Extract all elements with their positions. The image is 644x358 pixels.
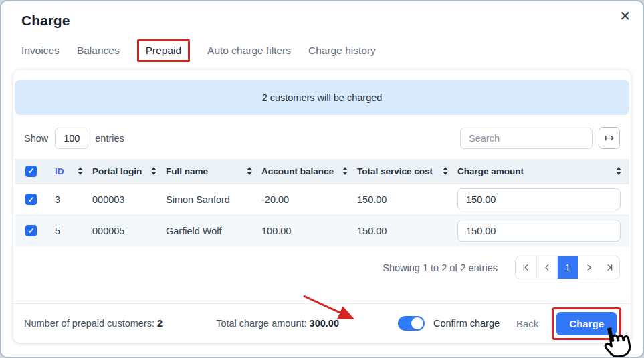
total-charge: Total charge amount: 300.00 [216,318,339,329]
tab-auto-charge-filters[interactable]: Auto charge filters [207,41,291,61]
cell-full-name: Simon Sanford [165,184,260,215]
cell-account-balance: -20.00 [260,184,356,215]
info-banner: 2 customers will be charged [15,80,629,115]
cell-id: 3 [53,184,91,215]
total-charge-label: Total charge amount: [216,318,306,329]
show-label: Show [24,133,48,144]
cell-account-balance: 100.00 [260,215,356,246]
row-checkbox[interactable]: ✓ [25,194,37,205]
prev-page-icon [542,262,552,273]
pager-group: 1 [515,256,620,279]
sort-icon[interactable] [247,167,252,175]
column-header-full-name: Full name [166,166,208,176]
entries-label: entries [95,133,124,144]
cell-portal-login: 000005 [91,215,165,246]
table-row: ✓ 5 000005 Garfield Wolf 100.00 150.00 [15,215,629,246]
page-size-control: Show entries [24,128,124,149]
pagination: Showing 1 to 2 of 2 entries 1 [24,256,620,279]
sort-icon[interactable] [78,167,83,175]
dialog-header: Charge ✕ [1,1,643,29]
page-size-input[interactable] [55,128,88,149]
prepaid-count: Number of prepaid customers: 2 [24,318,163,329]
column-header-account-balance: Account balance [261,166,334,176]
export-button[interactable]: ↦ [599,127,620,149]
info-banner-text: 2 customers will be charged [262,92,383,103]
prev-page-button[interactable] [536,256,557,279]
prepaid-panel: 2 customers will be charged Show entries… [13,70,631,343]
column-header-id: ID [55,166,64,176]
charge-dialog: Charge ✕ Invoices Balances Prepaid Auto … [0,0,644,358]
charge-button[interactable]: Charge [556,312,617,335]
sort-icon[interactable] [443,167,448,175]
cell-full-name: Garfield Wolf [165,215,260,246]
charge-amount-input[interactable] [457,220,621,242]
tab-bar: Invoices Balances Prepaid Auto charge fi… [1,39,643,62]
first-page-button[interactable] [516,256,536,279]
close-icon[interactable]: ✕ [617,7,633,25]
last-page-button[interactable] [599,256,619,279]
customers-table: ✓ ID Portal login Full name Account bala… [15,159,629,246]
tab-invoices[interactable]: Invoices [21,41,60,61]
charge-amount-input[interactable] [457,188,621,210]
column-header-portal-login: Portal login [92,166,142,176]
next-page-button[interactable] [578,256,599,279]
export-icon: ↦ [605,131,614,145]
sort-icon[interactable] [151,167,156,175]
tab-prepaid[interactable]: Prepaid [137,39,190,62]
pagination-summary: Showing 1 to 2 of 2 entries [383,262,498,273]
table-controls: Show entries ↦ [24,127,620,149]
toggle-knob [411,317,423,329]
cell-total-service-cost: 150.00 [356,215,456,246]
last-page-icon [605,262,615,273]
cell-total-service-cost: 150.00 [356,184,456,215]
total-charge-value: 300.00 [310,318,339,329]
first-page-icon [521,262,531,273]
page-title: Charge [21,13,623,29]
charge-button-highlight-frame: Charge [552,307,621,340]
tab-charge-history[interactable]: Charge history [308,41,376,61]
cell-portal-login: 000003 [91,184,165,215]
sort-icon[interactable] [616,167,621,175]
table-row: ✓ 3 000003 Simon Sanford -20.00 150.00 [15,184,629,215]
next-page-icon [584,262,594,273]
tab-balances[interactable]: Balances [77,41,120,61]
search-controls: ↦ [460,127,620,149]
column-header-total-service-cost: Total service cost [357,166,433,176]
select-all-checkbox[interactable]: ✓ [25,166,37,177]
dialog-footer: Number of prepaid customers: 2 Total cha… [13,303,631,343]
search-input[interactable] [460,128,593,149]
sort-icon[interactable] [342,167,348,175]
row-checkbox[interactable]: ✓ [25,225,37,236]
page-1-button[interactable]: 1 [557,256,578,279]
back-button[interactable]: Back [516,318,538,329]
confirm-charge-toggle[interactable] [398,316,425,331]
cell-id: 5 [53,215,91,246]
prepaid-count-value: 2 [157,318,163,329]
prepaid-count-label: Number of prepaid customers: [24,318,154,329]
confirm-charge-label: Confirm charge [433,318,500,329]
table-header-row: ✓ ID Portal login Full name Account bala… [15,159,629,184]
column-header-charge-amount: Charge amount [457,166,524,176]
